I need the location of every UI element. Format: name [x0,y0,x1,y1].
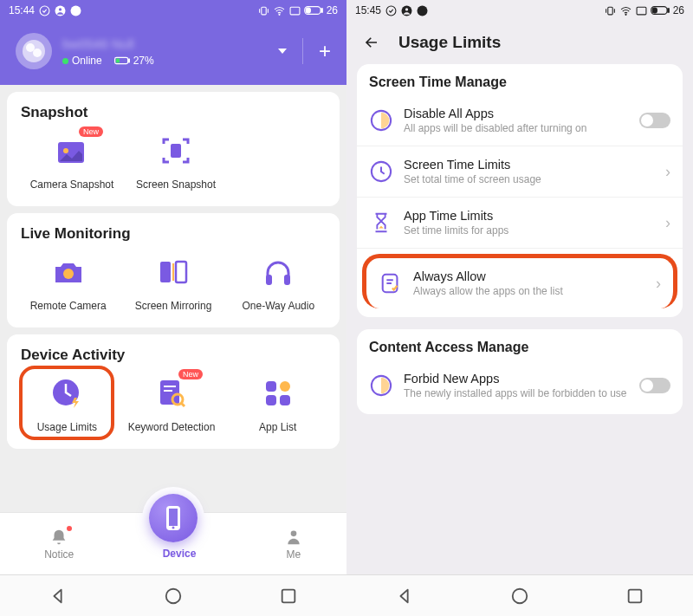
snapshot-card: Snapshot New Camera Snapshot Screen Snap… [7,92,340,206]
tab-device-button[interactable] [149,494,198,542]
svg-rect-28 [266,381,276,392]
device-dropdown-icon[interactable] [278,49,287,54]
status-bar: 15:44 26 [0,0,346,21]
one-way-audio-item[interactable]: One-Way Audio [230,253,326,312]
svg-rect-42 [607,7,612,15]
screen-time-limits-sub: Set total time of screen usage [404,173,655,185]
avatar[interactable] [16,33,52,69]
screen-snapshot-label: Screen Snapshot [136,178,216,191]
svg-rect-31 [280,395,290,405]
screen-mirroring-label: Screen Mirroring [135,300,212,312]
arrow-left-icon [362,35,381,50]
svg-rect-30 [266,395,276,405]
status-bar-right: 15:45 26 [346,0,693,21]
hourglass-icon [371,211,392,234]
svg-rect-11 [128,59,129,62]
disable-all-toggle[interactable] [639,113,670,128]
one-way-audio-label: One-Way Audio [243,300,315,312]
check-circle-icon [39,5,50,16]
screen-time-limits-row[interactable]: Screen Time Limits Set total time of scr… [357,146,683,198]
battery-small-icon [114,56,130,65]
remote-camera-item[interactable]: Remote Camera [21,253,116,312]
screen-mirroring-item[interactable]: Screen Mirroring [126,253,221,312]
screen-snap-icon [160,135,191,166]
page-title: Usage Limits [398,33,501,52]
forbid-new-toggle[interactable] [639,378,670,393]
main-content: Snapshot New Camera Snapshot Screen Snap… [0,85,346,512]
nav-recent-icon[interactable] [625,587,644,606]
person-icon [285,528,302,547]
camera-snapshot-item[interactable]: New Camera Snapshot [24,132,120,191]
svg-rect-18 [160,262,171,282]
svg-rect-6 [290,7,300,15]
app-list-item[interactable]: App List [230,374,326,433]
always-allow-sub: Always allow the apps on the list [413,285,645,297]
nav-home-icon[interactable] [510,587,529,606]
globe-icon [70,5,81,16]
keyword-detection-item[interactable]: New Keyword Detection [124,374,219,433]
svg-rect-47 [652,8,657,13]
new-badge: New [79,126,103,137]
page-header: Usage Limits [346,21,693,64]
status-battery: 26 [327,4,338,16]
app-time-limits-row[interactable]: App Time Limits Set time limits for apps… [357,198,683,249]
tab-notice[interactable]: Notice [44,528,74,561]
screen-time-card: Screen Time Manage Disable All Apps All … [357,64,683,317]
chevron-right-icon: › [665,163,670,181]
svg-point-16 [175,154,178,157]
screen-time-limits-title: Screen Time Limits [404,158,655,172]
disable-all-apps-row[interactable]: Disable All Apps All apps will be disabl… [357,95,683,146]
svg-rect-44 [637,7,646,15]
android-nav-bar [0,574,346,616]
svg-point-35 [290,530,296,536]
screen-snapshot-item[interactable]: Screen Snapshot [128,132,223,191]
nav-home-icon[interactable] [164,587,183,606]
app-grid-icon [263,379,293,408]
usage-limits-label: Usage Limits [37,421,97,433]
globe-icon [417,5,428,16]
tab-me[interactable]: Me [285,528,302,561]
svg-rect-8 [321,9,321,12]
status-time: 15:44 [9,4,35,16]
tab-me-label: Me [286,548,301,561]
svg-point-38 [386,6,396,16]
live-title: Live Monitoring [16,225,331,243]
svg-point-2 [59,8,62,10]
user-circle-icon [401,5,412,16]
svg-point-36 [166,588,181,603]
disable-all-title: Disable All Apps [404,107,629,120]
svg-rect-24 [160,380,179,405]
nav-back-icon[interactable] [49,587,68,606]
tab-device[interactable]: Device [163,548,197,560]
keyword-detection-label: Keyword Detection [128,421,216,433]
vibrate-icon [605,5,616,16]
clock-icon [370,160,392,183]
forbid-new-apps-row[interactable]: Forbid New Apps The newly installed apps… [357,360,683,411]
svg-rect-19 [176,262,186,282]
svg-point-5 [279,14,280,15]
content-access-card: Content Access Manage Forbid New Apps Th… [357,329,683,414]
back-button[interactable] [362,35,381,50]
nav-back-icon[interactable] [395,587,414,606]
phone-icon [164,505,183,531]
svg-rect-9 [306,8,310,13]
divider [302,38,303,64]
camera-snapshot-label: Camera Snapshot [30,178,114,191]
screen-time-section-title: Screen Time Manage [369,75,683,90]
tab-device-label: Device [163,548,197,560]
always-allow-row[interactable]: Always Allow Always allow the apps on th… [362,254,677,308]
headphones-icon [262,257,294,287]
svg-point-29 [280,381,290,392]
svg-point-40 [405,8,408,10]
snapshot-title: Snapshot [16,104,331,121]
always-allow-title: Always Allow [413,269,645,283]
vibrate-icon [258,5,269,16]
usage-limits-item[interactable]: Usage Limits [19,366,114,440]
svg-rect-33 [169,509,178,526]
right-content: Screen Time Manage Disable All Apps All … [346,64,693,574]
nav-recent-icon[interactable] [279,587,298,606]
keyword-icon [155,377,188,410]
disable-all-sub: All apps will be disabled after turning … [404,122,629,134]
device-activity-card: Device Activity Usage Limits New Keyword… [7,334,340,449]
add-device-button[interactable]: + [319,39,331,63]
